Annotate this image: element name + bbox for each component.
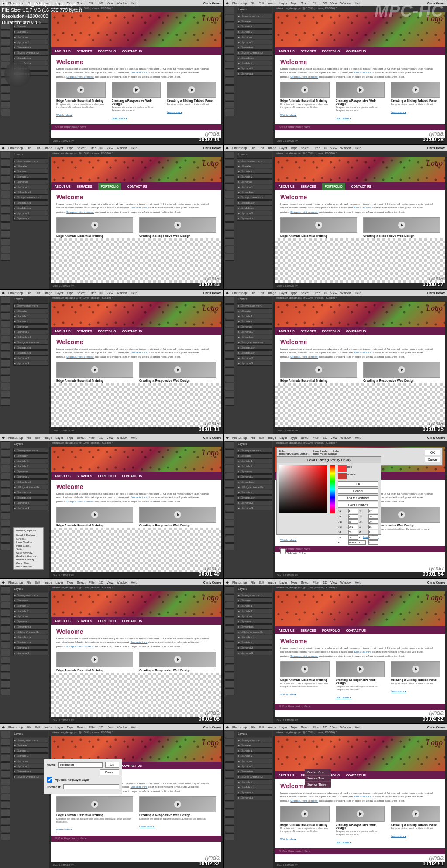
tool-slot[interactable] — [225, 15, 234, 22]
tool-slot[interactable] — [225, 618, 234, 625]
layer-row[interactable]: ▸ ☐ article 1 — [237, 24, 272, 29]
tool-slot[interactable] — [225, 70, 234, 77]
menu-help[interactable]: Help — [131, 291, 137, 294]
tool-slot[interactable] — [1, 762, 10, 769]
menu-filter[interactable]: Filter — [89, 2, 96, 5]
nav-item[interactable]: PORTFOLIO — [98, 475, 116, 478]
play-icon[interactable] — [133, 86, 140, 93]
layer-row[interactable]: ▸ ☐ promos — [13, 469, 48, 474]
menu-select[interactable]: Select — [77, 291, 85, 294]
inline-link[interactable]: Duis aute irure — [130, 206, 147, 209]
layer-row[interactable]: ▸ ☐ promo 1 — [13, 329, 48, 334]
tool-slot[interactable] — [1, 85, 10, 92]
menu-file[interactable]: File — [250, 581, 255, 584]
tool-slot[interactable] — [1, 810, 10, 817]
inline-link[interactable]: Excepteur sint occaecat — [66, 211, 94, 213]
tool-slot[interactable] — [225, 375, 234, 382]
menu-filter[interactable]: Filter — [89, 726, 96, 729]
tool-slot[interactable] — [1, 473, 10, 480]
tool-slot[interactable] — [1, 665, 10, 672]
layer-row[interactable]: ▸ ☐ thumbnail — [13, 190, 48, 195]
tool-slot[interactable] — [225, 367, 234, 374]
tool-slot[interactable] — [225, 85, 234, 92]
card-link[interactable]: Learn more ▸ — [112, 117, 127, 120]
menu-view[interactable]: View — [330, 436, 337, 439]
menu-photoshop[interactable]: Photoshop — [8, 291, 23, 294]
menu-window[interactable]: Window — [117, 291, 127, 294]
layer-row[interactable]: ▸ ☐ navigation menu — [237, 158, 272, 163]
menu-item[interactable]: Outer Glow... — [14, 561, 43, 565]
tool-slot[interactable] — [1, 633, 10, 640]
m-input[interactable] — [368, 530, 378, 534]
menu-photoshop[interactable]: Photoshop — [232, 726, 247, 729]
tool-slot[interactable] — [225, 680, 234, 687]
layer-row[interactable]: ▸ ☐ sub button — [237, 495, 272, 500]
menu-type[interactable]: Type — [67, 726, 73, 729]
cancel-button[interactable]: Cancel — [338, 488, 378, 494]
tool-slot[interactable] — [225, 825, 234, 832]
menu-photoshop[interactable]: Photoshop — [232, 436, 247, 439]
menu-select[interactable]: Select — [77, 436, 85, 439]
tool-slot[interactable] — [225, 673, 234, 680]
tool-slot[interactable] — [225, 786, 234, 793]
menu-3d[interactable]: 3D — [99, 726, 103, 729]
tool-slot[interactable] — [225, 602, 234, 609]
tool-slot[interactable] — [225, 739, 234, 746]
s-input[interactable] — [348, 514, 358, 519]
menu-select[interactable]: Select — [77, 147, 85, 150]
tool-slot[interactable] — [1, 46, 10, 53]
play-icon[interactable] — [91, 222, 98, 229]
menu-3d[interactable]: 3D — [99, 291, 103, 294]
play-icon[interactable] — [412, 666, 419, 673]
menu-item[interactable]: Stroke... — [14, 537, 43, 540]
layer-row[interactable]: ▸ ☐ Edge Animate Ex — [13, 485, 48, 489]
play-icon[interactable] — [357, 86, 364, 93]
layer-row[interactable]: ▸ ☐ promo 2 — [237, 211, 272, 215]
card-link[interactable]: Learn more ▸ — [336, 841, 351, 844]
nav-item[interactable]: PORTFOLIO — [322, 330, 340, 333]
play-icon[interactable] — [315, 366, 322, 373]
layer-row[interactable]: ▸ ☐ text button — [237, 345, 272, 350]
menu-image[interactable]: Image — [268, 436, 276, 439]
menu-3d[interactable]: 3D — [99, 147, 103, 150]
nav-item[interactable]: ABOUT US — [55, 619, 71, 622]
tool-slot[interactable] — [225, 625, 234, 632]
menu-window[interactable]: Window — [340, 2, 351, 5]
layer-row[interactable]: ▸ ☐ thumbnail — [237, 479, 272, 484]
layer-row[interactable]: ▸ ☐ article 2 — [237, 608, 272, 613]
tool-slot[interactable] — [1, 833, 10, 840]
tool-slot[interactable] — [225, 457, 234, 464]
layer-row[interactable]: ▸ ☐ sub button — [237, 350, 272, 355]
menu-layer[interactable]: Layer — [279, 436, 287, 439]
layer-row[interactable]: ▸ ☐ thumbnail — [13, 335, 48, 339]
layer-row[interactable]: ▸ ☐ Edge Animate Ex — [237, 629, 272, 634]
tool-slot[interactable] — [225, 23, 234, 30]
layer-row[interactable]: ▸ ☐ promo 3 — [237, 650, 272, 655]
layer-row[interactable]: ▸ ☐ thumbnail — [13, 479, 48, 484]
layer-row[interactable]: ▸ ☐ promo 1 — [237, 764, 272, 769]
layer-row[interactable]: ▸ ☐ header — [237, 19, 272, 24]
comment-input[interactable] — [63, 784, 119, 789]
card-thumbnail[interactable] — [336, 661, 385, 677]
layer-row[interactable]: ▸ ☐ promo 2 — [13, 500, 48, 505]
menu-view[interactable]: View — [330, 726, 337, 729]
tool-slot[interactable] — [225, 167, 234, 174]
menu-image[interactable]: Image — [268, 147, 276, 150]
tool-slot[interactable] — [225, 536, 234, 543]
apple-icon[interactable]: ◆ — [226, 580, 229, 584]
menu-help[interactable]: Help — [355, 291, 361, 294]
document-tab[interactable]: interaction_design.psd @ 100% (promos, R… — [49, 585, 223, 591]
menu-layer[interactable]: Layer — [55, 726, 63, 729]
tool-slot[interactable] — [225, 496, 234, 503]
nav-item[interactable]: CONTACT US — [346, 774, 366, 777]
menu-help[interactable]: Help — [131, 436, 137, 439]
tool-slot[interactable] — [225, 78, 234, 85]
b-input[interactable] — [348, 519, 358, 524]
tool-slot[interactable] — [225, 688, 234, 695]
nav-item[interactable]: CONTACT US — [122, 475, 142, 478]
nav-item[interactable]: ABOUT US — [279, 50, 295, 53]
tool-slot[interactable] — [225, 207, 234, 214]
play-icon[interactable] — [174, 656, 181, 663]
nav-item[interactable]: ABOUT US — [279, 774, 295, 777]
tool-slot[interactable] — [1, 778, 10, 785]
